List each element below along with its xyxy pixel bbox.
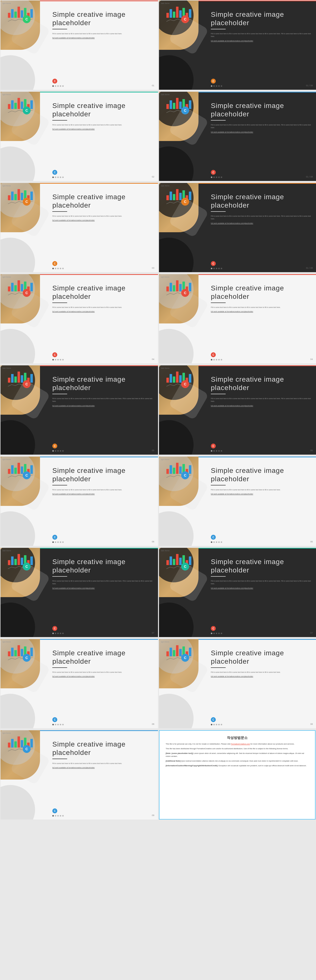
- nav-dot-4[interactable]: [221, 85, 222, 87]
- nav-dot-3[interactable]: [218, 541, 220, 543]
- slide-link[interactable]: full work available at formativecreative…: [211, 131, 311, 133]
- nav-dot-1[interactable]: [55, 450, 56, 452]
- nav-dot-4[interactable]: [62, 85, 64, 87]
- nav-dot-3[interactable]: [60, 177, 61, 178]
- slide-link[interactable]: full work available at formativecreative…: [52, 37, 153, 39]
- nav-dot-3[interactable]: [60, 541, 61, 543]
- nav-dot-0[interactable]: [211, 633, 212, 634]
- nav-dot-3[interactable]: [60, 359, 61, 360]
- slide-link[interactable]: full work available at formativecreative…: [211, 493, 311, 495]
- nav-dot-3[interactable]: [60, 268, 61, 269]
- nav-dot-4[interactable]: [62, 450, 64, 452]
- nav-dot-3[interactable]: [218, 450, 220, 452]
- nav-dot-4[interactable]: [221, 450, 222, 452]
- nav-dot-3[interactable]: [218, 177, 220, 178]
- nav-dot-3[interactable]: [60, 633, 61, 634]
- nav-dot-4[interactable]: [62, 633, 64, 634]
- nav-dot-4[interactable]: [62, 724, 64, 725]
- nav-dot-1[interactable]: [213, 268, 215, 269]
- slide-link[interactable]: full work available at formativecreative…: [211, 676, 311, 677]
- nav-dot-1[interactable]: [55, 359, 56, 360]
- nav-dot-2[interactable]: [216, 541, 217, 543]
- nav-dot-0[interactable]: [52, 633, 54, 634]
- nav-dot-2[interactable]: [216, 268, 217, 269]
- nav-dot-3[interactable]: [218, 633, 220, 634]
- nav-dot-2[interactable]: [216, 85, 217, 87]
- nav-dot-2[interactable]: [57, 450, 59, 452]
- nav-dot-4[interactable]: [221, 541, 222, 543]
- nav-dot-4[interactable]: [221, 359, 222, 360]
- nav-dot-1[interactable]: [213, 85, 215, 87]
- slide-link[interactable]: full work available at formativecreative…: [211, 40, 311, 42]
- nav-dot-2[interactable]: [216, 359, 217, 360]
- slide-link[interactable]: full work available at formativecreative…: [211, 311, 311, 312]
- nav-dot-2[interactable]: [57, 541, 59, 543]
- nav-dot-2[interactable]: [216, 633, 217, 634]
- nav-dot-3[interactable]: [60, 450, 61, 452]
- nav-dot-2[interactable]: [57, 359, 59, 360]
- nav-dot-4[interactable]: [62, 177, 64, 178]
- nav-dot-0[interactable]: [211, 268, 212, 269]
- nav-dot-0[interactable]: [52, 450, 54, 452]
- slide-link[interactable]: full work available at formativecreative…: [52, 767, 153, 768]
- slide-link[interactable]: full work available at formativecreative…: [52, 676, 153, 677]
- nav-dot-0[interactable]: [211, 541, 212, 543]
- nav-dot-1[interactable]: [55, 85, 56, 87]
- nav-dot-1[interactable]: [213, 177, 215, 178]
- nav-dot-0[interactable]: [52, 177, 54, 178]
- nav-dot-1[interactable]: [55, 815, 56, 816]
- nav-dot-2[interactable]: [57, 268, 59, 269]
- nav-dot-3[interactable]: [60, 85, 61, 87]
- nav-dot-2[interactable]: [57, 815, 59, 816]
- nav-dot-0[interactable]: [211, 359, 212, 360]
- nav-dot-0[interactable]: [52, 724, 54, 725]
- slide-link[interactable]: full work available at formativecreative…: [52, 128, 153, 130]
- nav-dot-2[interactable]: [57, 633, 59, 634]
- nav-dot-4[interactable]: [62, 541, 64, 543]
- nav-dot-2[interactable]: [216, 177, 217, 178]
- nav-dot-1[interactable]: [55, 724, 56, 725]
- nav-dot-0[interactable]: [211, 724, 212, 725]
- slide-link[interactable]: full work available at formativecreative…: [52, 405, 153, 407]
- nav-dot-0[interactable]: [52, 541, 54, 543]
- nav-dot-1[interactable]: [213, 724, 215, 725]
- nav-dot-4[interactable]: [62, 268, 64, 269]
- nav-dot-1[interactable]: [55, 633, 56, 634]
- nav-dot-2[interactable]: [57, 177, 59, 178]
- nav-dot-3[interactable]: [218, 724, 220, 725]
- nav-dot-0[interactable]: [52, 268, 54, 269]
- slide-link[interactable]: full work available at formativecreative…: [52, 220, 153, 221]
- slide-link[interactable]: full work available at formativecreative…: [52, 311, 153, 312]
- nav-dot-2[interactable]: [216, 450, 217, 452]
- nav-dot-2[interactable]: [57, 724, 59, 725]
- nav-dot-1[interactable]: [213, 541, 215, 543]
- nav-dot-0[interactable]: [211, 450, 212, 452]
- nav-dot-2[interactable]: [216, 724, 217, 725]
- nav-dot-3[interactable]: [218, 268, 220, 269]
- nav-dot-3[interactable]: [60, 724, 61, 725]
- nav-dot-4[interactable]: [221, 268, 222, 269]
- nav-dot-4[interactable]: [221, 633, 222, 634]
- nav-dot-4[interactable]: [62, 815, 64, 816]
- nav-dot-0[interactable]: [211, 85, 212, 87]
- nav-dot-0[interactable]: [52, 85, 54, 87]
- nav-dot-4[interactable]: [62, 359, 64, 360]
- nav-dot-1[interactable]: [213, 450, 215, 452]
- nav-dot-4[interactable]: [221, 177, 222, 178]
- nav-dot-3[interactable]: [218, 359, 220, 360]
- nav-dot-1[interactable]: [55, 541, 56, 543]
- slide-link[interactable]: full work available at formativecreative…: [52, 493, 153, 495]
- nav-dot-1[interactable]: [55, 268, 56, 269]
- nav-dot-0[interactable]: [52, 815, 54, 816]
- nav-dot-4[interactable]: [221, 724, 222, 725]
- nav-dot-3[interactable]: [218, 85, 220, 87]
- nav-dot-0[interactable]: [211, 177, 212, 178]
- slide-link[interactable]: full work available at formativecreative…: [52, 587, 153, 589]
- nav-dot-2[interactable]: [57, 85, 59, 87]
- nav-dot-0[interactable]: [52, 359, 54, 360]
- slide-link[interactable]: full work available at formativecreative…: [211, 223, 311, 224]
- nav-dot-1[interactable]: [213, 359, 215, 360]
- slide-link[interactable]: full work available at formativecreative…: [211, 587, 311, 589]
- nav-dot-1[interactable]: [55, 177, 56, 178]
- slide-link[interactable]: full work available at formativecreative…: [211, 405, 311, 407]
